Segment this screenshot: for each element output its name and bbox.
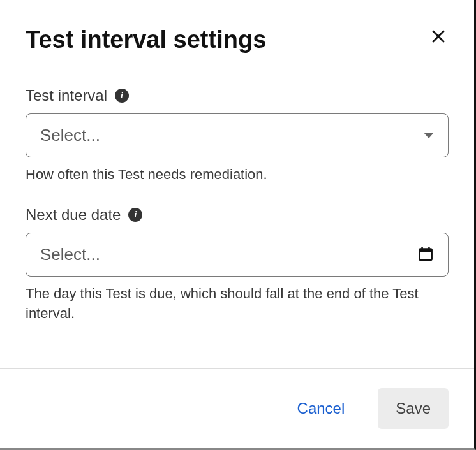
field-label-row: Test interval i bbox=[26, 87, 449, 105]
close-button[interactable] bbox=[428, 25, 449, 50]
date-placeholder: Select... bbox=[40, 245, 100, 265]
test-interval-select[interactable]: Select... bbox=[26, 113, 449, 157]
next-due-date-label: Next due date bbox=[26, 206, 121, 224]
dialog-header: Test interval settings bbox=[26, 25, 449, 55]
chevron-down-icon bbox=[424, 133, 434, 138]
dialog-footer: Cancel Save bbox=[0, 368, 474, 448]
next-due-date-helper: The day this Test is due, which should f… bbox=[26, 284, 449, 324]
dialog-container: Test interval settings Test interval i S… bbox=[0, 0, 476, 450]
test-interval-helper: How often this Test needs remediation. bbox=[26, 165, 449, 185]
field-label-row: Next due date i bbox=[26, 206, 449, 224]
test-interval-field: Test interval i Select... How often this… bbox=[26, 87, 449, 185]
calendar-icon bbox=[417, 245, 434, 265]
next-due-date-input[interactable]: Select... bbox=[26, 233, 449, 277]
info-icon[interactable]: i bbox=[128, 208, 142, 222]
info-icon[interactable]: i bbox=[115, 89, 129, 103]
dialog-body: Test interval settings Test interval i S… bbox=[0, 0, 474, 368]
select-placeholder: Select... bbox=[40, 126, 100, 145]
close-icon bbox=[431, 27, 446, 48]
svg-rect-3 bbox=[419, 249, 432, 252]
save-button[interactable]: Save bbox=[378, 388, 449, 429]
cancel-button[interactable]: Cancel bbox=[279, 388, 363, 429]
dialog-title: Test interval settings bbox=[26, 25, 266, 55]
test-interval-label: Test interval bbox=[26, 87, 107, 105]
next-due-date-field: Next due date i Select... The day this T… bbox=[26, 206, 449, 324]
